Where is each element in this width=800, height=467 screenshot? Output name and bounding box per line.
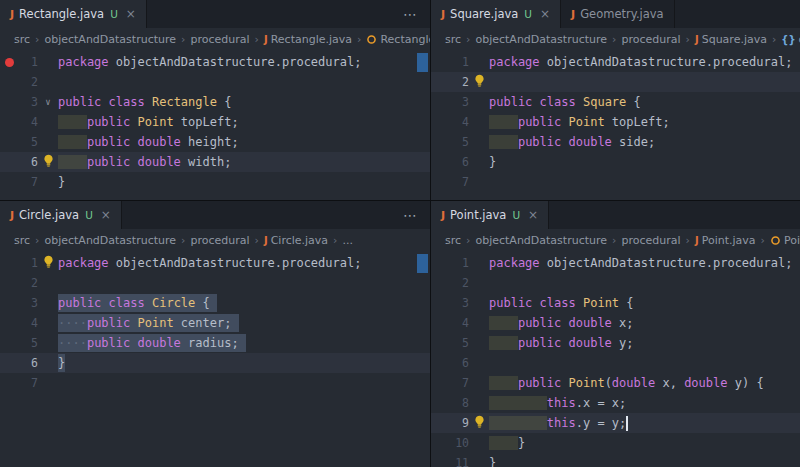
more-actions-icon[interactable]: ⋯ [390,201,430,229]
tab-Geometry.java[interactable]: JGeometry.java [561,0,675,28]
line-number[interactable]: 9 [431,416,469,430]
breadcrumb-item[interactable]: Circle.java [271,234,328,247]
line-number[interactable]: 1 [431,256,469,270]
breadcrumb-item[interactable]: procedural [190,33,249,46]
close-tab-icon[interactable]: × [528,208,538,222]
quick-fix-lightbulb-icon[interactable] [38,154,58,170]
line-number[interactable]: 7 [0,376,38,390]
line-number[interactable]: 5 [431,135,469,149]
breadcrumb-item[interactable]: Square.java [702,33,767,46]
code-token: Circle [152,296,195,310]
code-token: ···· [58,316,87,330]
line-number[interactable]: 6 [0,155,38,169]
line-number[interactable]: 2 [0,75,38,89]
breadcrumb-item[interactable]: src [14,33,30,46]
line-number[interactable]: 3 [0,95,38,109]
tab-bar: JCircle.javaU×⋯ [0,201,430,229]
code-area[interactable]: 1package objectAndDatastructure.procedur… [0,251,430,467]
line-number[interactable]: 2 [0,276,38,290]
line-number[interactable]: 7 [431,175,469,189]
line-number[interactable]: 6 [431,356,469,370]
code-line: 9 this.y = y; [431,413,800,433]
code-token: objectAndDatastructure.procedural; [540,55,793,69]
close-tab-icon[interactable]: × [540,7,550,21]
line-number[interactable]: 4 [431,316,469,330]
selection-highlight: } [58,354,65,372]
code-token: package [489,256,540,270]
code-text: package objectAndDatastructure.procedura… [489,256,792,270]
line-number[interactable]: 7 [0,175,38,189]
breadcrumb-item[interactable]: objectAndDatastructure [44,234,176,247]
code-token: { [195,296,209,310]
line-number[interactable]: 1 [0,256,38,270]
line-number[interactable]: 3 [0,296,38,310]
code-text: public class Point { [489,296,634,310]
editor-pane-square: JSquare.javaU×JGeometry.javasrc›objectAn… [431,0,800,200]
code-token [145,95,152,109]
line-number[interactable]: 3 [431,95,469,109]
line-number[interactable]: 4 [431,115,469,129]
close-tab-icon[interactable]: × [126,7,136,21]
line-number[interactable]: 7 [431,376,469,390]
breadcrumb-item[interactable]: objectAndDatastructure [475,33,607,46]
tab-Square.java[interactable]: JSquare.javaU× [431,0,561,28]
tab-Point.java[interactable]: JPoint.javaU× [431,201,549,229]
breadcrumb-item[interactable]: src [445,33,461,46]
code-area[interactable]: 1package objectAndDatastructure.procedur… [431,50,800,200]
breadcrumb-item[interactable]: src [14,234,30,247]
line-number[interactable]: 2 [431,75,469,89]
java-file-icon: J [264,34,268,45]
line-number[interactable]: 3 [431,296,469,310]
fold-chevron-icon[interactable]: ∨ [45,97,50,107]
code-token: public [518,376,561,390]
breadcrumb-item[interactable]: objectAndDatastructure [44,33,176,46]
breadcrumb-item[interactable]: objectAndDatastructure [475,234,607,247]
code-token [101,95,108,109]
code-token [130,336,137,350]
code-token: } [489,155,496,169]
code-text: public Point topLeft; [489,115,670,129]
line-number[interactable]: 5 [0,135,38,149]
breadcrumb-item[interactable]: ... [343,234,354,247]
line-number[interactable]: 4 [0,316,38,330]
close-tab-icon[interactable]: × [101,208,111,222]
scrollbar-decoration[interactable] [417,254,428,273]
breadcrumb-item[interactable]: Rectangle [380,33,430,46]
line-number[interactable]: 10 [431,436,469,450]
breadcrumb-item[interactable]: Rectangle.java [271,33,352,46]
code-token [130,115,137,129]
quick-fix-lightbulb-icon[interactable] [469,415,489,431]
line-number[interactable]: 1 [431,55,469,69]
code-token [489,436,518,450]
line-number[interactable]: 2 [431,276,469,290]
breadcrumb-item[interactable]: procedural [190,234,249,247]
breadcrumb-separator-icon: › [357,33,361,46]
code-area[interactable]: 1package objectAndDatastructure.procedur… [431,251,800,467]
line-number[interactable]: 4 [0,115,38,129]
quick-fix-lightbulb-icon[interactable] [469,74,489,90]
line-number[interactable]: 6 [0,356,38,370]
breadcrumb-item[interactable]: procedural [621,234,680,247]
breadcrumb-item[interactable]: Point.java [702,234,756,247]
code-area[interactable]: 1package objectAndDatastructure.procedur… [0,50,430,200]
code-text: package objectAndDatastructure.procedura… [58,256,361,270]
line-number[interactable]: 5 [431,336,469,350]
gutter-icon-slot: ∨ [38,97,58,107]
code-token: public [518,135,561,149]
lightbulb-icon [42,255,55,271]
breadcrumb-item[interactable]: procedural [621,33,680,46]
breakpoint-indicator[interactable] [5,58,14,67]
code-token: .y = y; [576,416,627,430]
line-number[interactable]: 5 [0,336,38,350]
breadcrumb-item[interactable]: src [445,234,461,247]
tab-Rectangle.java[interactable]: JRectangle.javaU× [0,0,147,28]
line-number[interactable]: 8 [431,396,469,410]
more-actions-icon[interactable]: ⋯ [390,0,430,28]
quick-fix-lightbulb-icon[interactable] [38,255,58,271]
line-number[interactable]: 6 [431,155,469,169]
breadcrumb-item[interactable]: Poin [784,234,800,247]
tab-Circle.java[interactable]: JCircle.javaU× [0,201,122,229]
code-token [130,316,137,330]
line-number[interactable]: 11 [431,456,469,467]
scrollbar-decoration[interactable] [417,53,428,72]
